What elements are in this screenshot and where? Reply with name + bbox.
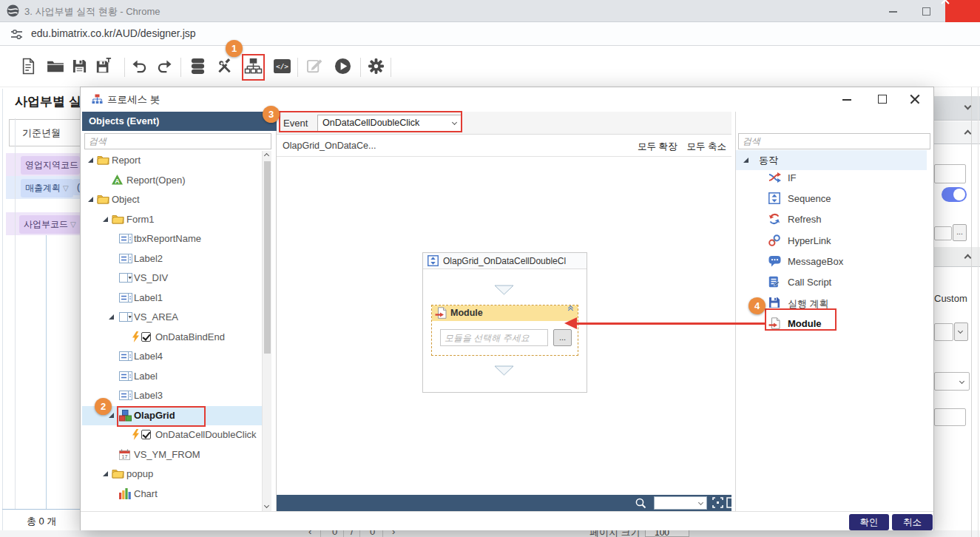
objects-search-input[interactable] (84, 133, 271, 149)
action-item[interactable]: IF (736, 168, 927, 189)
event-checkbox[interactable] (141, 332, 151, 342)
module-select-input[interactable] (440, 329, 548, 346)
action-item[interactable]: Refresh (736, 209, 927, 230)
tree-scrollbar[interactable] (262, 151, 271, 511)
site-settings-icon[interactable] (10, 29, 23, 43)
tree-item[interactable]: AReport(Open) (82, 171, 262, 191)
dialog-minimize-icon[interactable] (842, 99, 851, 101)
code-button[interactable]: </> (271, 57, 292, 78)
filter-funnel-icon[interactable]: ▽ (70, 220, 76, 229)
divider (391, 58, 391, 77)
tree-item[interactable]: tbxReportName (82, 229, 262, 249)
expanded-triangle-icon[interactable] (88, 158, 93, 163)
expand-all-link[interactable]: 모두 확장 (638, 141, 677, 153)
properties-section-header[interactable] (934, 96, 980, 121)
pivot-row-dept: 사업부코드▽ (6, 212, 80, 235)
tree-item[interactable]: Label4 (82, 347, 262, 367)
tree-item[interactable]: Chart (82, 484, 262, 504)
property-select[interactable] (934, 372, 970, 391)
chip-dept-code[interactable]: 사업부코드▽ (19, 215, 81, 234)
filter-funnel-icon[interactable]: ▽ (63, 184, 69, 192)
browser-titlebar: 3. 사업부별 실적 현황 - Chrome (0, 0, 980, 22)
action-item[interactable]: MessageBox (736, 251, 927, 272)
tree-item[interactable]: Form1 (82, 210, 262, 230)
cancel-button[interactable]: 취소 (892, 514, 933, 530)
save-as-button[interactable] (93, 57, 114, 78)
refresh-icon (768, 213, 780, 228)
event-block[interactable]: OlapGrid_OnDataCellDoubleCl Module ... (422, 252, 587, 393)
settings-button[interactable] (365, 57, 386, 78)
objects-panel-header: Objects (Event) (82, 112, 277, 131)
action-item-label: IF (788, 172, 797, 183)
highlight-box-module (765, 308, 837, 331)
module-icon (435, 307, 447, 322)
event-block-header[interactable]: OlapGrid_OnDataCellDoubleCl (423, 253, 587, 269)
fit-screen-icon[interactable] (712, 497, 723, 511)
tree-item[interactable]: popup (82, 465, 262, 484)
scroll-up-icon[interactable] (264, 153, 269, 158)
property-input[interactable] (934, 164, 966, 183)
save-button[interactable] (69, 57, 89, 78)
undo-button[interactable] (129, 57, 149, 78)
property-input[interactable] (934, 226, 952, 240)
step-badge-4: 4 (748, 297, 766, 314)
expanded-triangle-icon[interactable] (103, 217, 108, 222)
property-input[interactable] (934, 408, 966, 426)
scroll-down-icon[interactable] (264, 503, 269, 508)
tree-item[interactable]: Label (82, 367, 262, 387)
expanded-triangle-icon[interactable] (88, 197, 93, 202)
action-item[interactable]: Sequence (736, 189, 927, 209)
tree-item[interactable]: Label2 (82, 249, 262, 269)
new-document-button[interactable] (18, 57, 38, 78)
folder-icon (97, 194, 109, 207)
url-bar[interactable]: edu.bimatrix.co.kr/AUD/designer.jsp (0, 22, 980, 46)
more-button[interactable]: ... (953, 224, 967, 241)
zoom-search-icon[interactable] (635, 497, 646, 512)
maximize-icon[interactable] (922, 7, 930, 16)
run-button[interactable] (332, 57, 353, 78)
collapse-node-icon[interactable] (569, 308, 572, 312)
collapse-all-link[interactable]: 모두 축소 (687, 141, 726, 153)
process-bot-icon (92, 94, 103, 107)
actions-search-input[interactable] (738, 133, 930, 149)
expanded-triangle-icon[interactable] (103, 471, 108, 476)
redo-button[interactable] (154, 57, 175, 78)
dialog-maximize-icon[interactable] (878, 95, 887, 104)
tree-item[interactable]: VS_DIV (82, 268, 262, 288)
open-folder-button[interactable] (45, 57, 66, 78)
dropdown-button[interactable] (954, 322, 968, 341)
tree-item[interactable]: VS_AREA (82, 308, 262, 328)
edit-button[interactable] (304, 57, 325, 78)
tree-item[interactable]: Object (82, 190, 262, 210)
tools-button[interactable] (214, 57, 234, 78)
tree-item[interactable]: OnDataBindEnd (82, 328, 262, 348)
properties-section-header[interactable] (934, 121, 980, 144)
zoom-level-select[interactable] (654, 496, 707, 510)
ok-button[interactable]: 확인 (849, 514, 889, 530)
tree-item[interactable]: OnDataCellDoubleClick (82, 425, 262, 445)
tree-item[interactable]: 17VS_YM_FROM (82, 445, 262, 465)
url-text[interactable]: edu.bimatrix.co.kr/AUD/designer.jsp (31, 27, 196, 39)
event-checkbox[interactable] (141, 430, 151, 439)
chip-sales-plan[interactable]: 매출계획▽ (21, 179, 73, 197)
expanded-triangle-icon[interactable] (109, 413, 114, 418)
tree-item[interactable]: Report (82, 151, 262, 171)
tree-item[interactable]: Label1 (82, 288, 262, 308)
module-browse-button[interactable]: ... (553, 329, 572, 346)
toggle-switch[interactable] (942, 187, 967, 202)
properties-section-header[interactable] (934, 247, 980, 267)
expanded-triangle-icon[interactable] (109, 314, 114, 320)
property-input[interactable] (934, 323, 953, 341)
scrollbar-thumb[interactable] (264, 161, 271, 354)
module-node-header[interactable]: Module (432, 305, 578, 321)
action-item[interactable]: Call Script (736, 272, 927, 293)
close-icon[interactable] (945, 0, 980, 22)
database-button[interactable] (187, 57, 208, 78)
dialog-close-icon[interactable] (909, 93, 921, 105)
flow-canvas[interactable]: OlapGrid_OnDataCellDoubleCl Module ... (277, 157, 731, 495)
action-item[interactable]: HyperLink (736, 231, 927, 251)
module-node[interactable]: Module ... (431, 305, 578, 356)
minimize-icon[interactable] (889, 11, 897, 13)
actions-group-row[interactable]: 동작 (736, 150, 927, 170)
chip-region[interactable]: 영업지역코드 (21, 156, 80, 175)
